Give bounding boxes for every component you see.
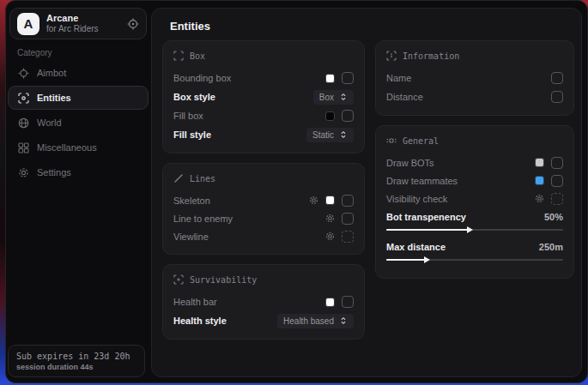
- sidebar-item-miscellaneous[interactable]: Miscellaneous: [8, 135, 149, 159]
- panel-columns: Box Bounding box Box style Box: [162, 40, 574, 349]
- max-distance-value: 250m: [539, 242, 563, 252]
- sidebar-item-label: World: [37, 117, 62, 128]
- sidebar-item-label: Aimbot: [37, 68, 66, 78]
- box-panel: Box Bounding box Box style Box: [162, 40, 365, 153]
- fill-box-color-swatch[interactable]: [325, 111, 335, 121]
- sidebar-item-settings[interactable]: Settings: [8, 160, 149, 184]
- sidebar-item-aimbot[interactable]: Aimbot: [8, 61, 149, 85]
- health-style-select[interactable]: Health based: [277, 314, 354, 328]
- information-panel: Information Name Distance: [375, 40, 574, 116]
- bot-transparency-value: 50%: [544, 212, 563, 222]
- viewline-label: Viewline: [173, 232, 325, 242]
- viewline-settings-gear-icon[interactable]: [325, 232, 335, 241]
- sidebar-item-entities[interactable]: Entities: [8, 86, 149, 110]
- skeleton-checkbox[interactable]: [342, 195, 354, 207]
- category-label: Category: [17, 48, 52, 57]
- survivability-panel-title: Survivability: [190, 275, 257, 285]
- line-to-enemy-checkbox[interactable]: [342, 213, 354, 225]
- draw-bots-label: Draw BOTs: [386, 158, 535, 168]
- fill-box-label: Fill box: [173, 111, 325, 121]
- page-title: Entities: [170, 20, 210, 33]
- sidebar-item-label: Settings: [37, 167, 71, 177]
- bounding-box-row: Bounding box: [173, 69, 354, 87]
- grid-icon: [18, 142, 29, 153]
- subscription-card: Sub expires in 23d 20h session duration …: [8, 345, 145, 377]
- slider-fill: [386, 229, 468, 231]
- fill-style-label: Fill style: [173, 129, 306, 140]
- dots-square-icon: [386, 135, 397, 146]
- skeleton-color-swatch[interactable]: [325, 196, 335, 205]
- sidebar-item-label: Entities: [37, 93, 71, 103]
- chevron-up-down-icon: [339, 93, 348, 101]
- distance-label: Distance: [386, 92, 551, 102]
- skeleton-label: Skeleton: [173, 196, 309, 206]
- line-icon: [173, 173, 184, 183]
- box-style-select[interactable]: Box: [313, 90, 354, 105]
- bot-transparency-group: Bot transpenency 50%: [386, 209, 563, 233]
- general-panel: General Draw BOTs Draw teammates: [375, 125, 574, 279]
- information-panel-title: Information: [403, 51, 459, 61]
- bot-transparency-slider[interactable]: [386, 226, 563, 233]
- max-distance-label: Max distance: [386, 242, 539, 252]
- max-distance-row: Max distance 250m: [386, 239, 563, 255]
- session-duration-text: session duration 44s: [16, 363, 136, 371]
- bot-transparency-label: Bot transpenency: [386, 212, 544, 222]
- fill-box-checkbox[interactable]: [342, 110, 354, 122]
- max-distance-group: Max distance 250m: [386, 239, 563, 263]
- slider-thumb[interactable]: [424, 256, 430, 263]
- health-style-value: Health based: [283, 316, 334, 326]
- visibility-check-settings-gear-icon[interactable]: [535, 194, 544, 203]
- right-column: Information Name Distance: [375, 40, 574, 288]
- chevron-up-down-icon: [339, 130, 348, 139]
- health-corners-icon: [173, 274, 184, 285]
- health-bar-checkbox[interactable]: [342, 296, 354, 308]
- draw-bots-checkbox[interactable]: [551, 157, 563, 169]
- general-panel-title: General: [403, 136, 439, 146]
- target-icon[interactable]: [127, 18, 139, 30]
- slider-thumb[interactable]: [467, 226, 473, 233]
- box-panel-title: Box: [190, 51, 205, 61]
- draw-teammates-row: Draw teammates: [386, 171, 563, 189]
- chevron-up-down-icon: [339, 316, 348, 325]
- sidebar: A Arcane for Arc Riders Category Aimbot: [6, 1, 151, 382]
- draw-teammates-color-swatch[interactable]: [535, 176, 544, 185]
- sub-expiry-text: Sub expires in 23d 20h: [16, 352, 136, 361]
- name-row: Name: [386, 69, 563, 87]
- bounding-box-label: Bounding box: [173, 73, 325, 83]
- distance-checkbox[interactable]: [551, 91, 563, 103]
- brand-title: Arcane: [46, 13, 120, 24]
- general-panel-header: General: [386, 134, 563, 147]
- skeleton-row: Skeleton: [173, 191, 354, 209]
- scan-icon: [18, 93, 29, 104]
- visibility-check-row: Visibility check: [386, 189, 563, 208]
- brand-logo: A: [17, 13, 39, 35]
- line-to-enemy-settings-gear-icon[interactable]: [325, 214, 335, 223]
- information-panel-header: Information: [386, 49, 563, 63]
- viewline-checkbox[interactable]: [342, 231, 354, 243]
- left-column: Box Bounding box Box style Box: [162, 40, 365, 349]
- fill-box-row: Fill box: [173, 106, 354, 125]
- sidebar-item-world[interactable]: World: [8, 111, 149, 135]
- visibility-check-checkbox[interactable]: [551, 193, 563, 205]
- box-style-value: Box: [319, 93, 334, 102]
- main-content: Entities Box Bounding box: [151, 8, 582, 377]
- draw-teammates-label: Draw teammates: [386, 176, 535, 186]
- health-bar-color-swatch[interactable]: [325, 298, 335, 307]
- fill-style-select[interactable]: Static: [306, 128, 354, 142]
- distance-row: Distance: [386, 87, 563, 106]
- survivability-panel: Survivability Health bar Health style He…: [162, 264, 365, 340]
- health-style-label: Health style: [173, 316, 277, 326]
- globe-icon: [18, 117, 29, 129]
- skeleton-settings-gear-icon[interactable]: [309, 196, 318, 205]
- brand-card: A Arcane for Arc Riders: [9, 8, 147, 39]
- name-checkbox[interactable]: [551, 72, 563, 84]
- draw-teammates-checkbox[interactable]: [551, 175, 563, 187]
- bounding-box-color-swatch[interactable]: [325, 74, 335, 83]
- health-bar-label: Health bar: [173, 297, 325, 307]
- max-distance-slider[interactable]: [386, 256, 563, 263]
- draw-bots-color-swatch[interactable]: [535, 158, 544, 167]
- bounding-box-checkbox[interactable]: [342, 72, 354, 84]
- visibility-check-label: Visibility check: [386, 194, 535, 204]
- health-bar-row: Health bar: [173, 292, 354, 311]
- bot-transparency-row: Bot transpenency 50%: [386, 209, 563, 225]
